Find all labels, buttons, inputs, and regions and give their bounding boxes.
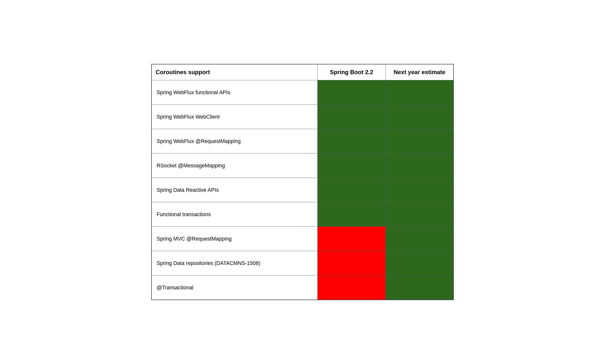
table-row: RSocket @MessageMapping xyxy=(152,154,453,178)
cell-next-3 xyxy=(386,154,453,178)
cell-feature-4: Spring Data Reactive APIs xyxy=(152,178,318,202)
table-row: @Transactional xyxy=(152,275,453,300)
table-row: Spring WebFlux WebClient xyxy=(152,105,453,129)
cell-next-8 xyxy=(386,275,453,300)
cell-next-6 xyxy=(386,227,453,251)
cell-feature-6: Spring MVC @RequestMapping xyxy=(152,227,318,251)
table-header-row: Coroutines support Spring Boot 2.2 Next … xyxy=(152,64,453,80)
table-body: Spring WebFlux functional APIsSpring Web… xyxy=(152,80,453,300)
cell-spring-8 xyxy=(318,275,386,300)
header-feature: Coroutines support xyxy=(152,64,318,80)
cell-next-2 xyxy=(386,129,453,154)
table-row: Functional transactions xyxy=(152,202,453,227)
cell-feature-2: Spring WebFlux @RequestMapping xyxy=(152,129,318,154)
cell-spring-0 xyxy=(318,80,386,105)
cell-spring-1 xyxy=(318,105,386,129)
cell-next-0 xyxy=(386,80,453,105)
cell-spring-5 xyxy=(318,202,386,227)
table-row: Spring WebFlux @RequestMapping xyxy=(152,129,453,154)
cell-feature-0: Spring WebFlux functional APIs xyxy=(152,80,318,105)
header-spring-boot: Spring Boot 2.2 xyxy=(318,64,386,80)
cell-next-7 xyxy=(386,251,453,275)
header-next-year: Next year estimate xyxy=(386,64,453,80)
coroutines-support-table: Coroutines support Spring Boot 2.2 Next … xyxy=(151,64,454,300)
table-container: Coroutines support Spring Boot 2.2 Next … xyxy=(151,64,454,300)
cell-spring-7 xyxy=(318,251,386,275)
cell-spring-3 xyxy=(318,154,386,178)
cell-next-4 xyxy=(386,178,453,202)
cell-next-5 xyxy=(386,202,453,227)
cell-feature-5: Functional transactions xyxy=(152,202,318,227)
table-row: Spring WebFlux functional APIs xyxy=(152,80,453,105)
cell-feature-3: RSocket @MessageMapping xyxy=(152,154,318,178)
cell-spring-2 xyxy=(318,129,386,154)
cell-feature-7: Spring Data repositories (DATACMNS-1508) xyxy=(152,251,318,275)
cell-feature-8: @Transactional xyxy=(152,275,318,300)
cell-spring-4 xyxy=(318,178,386,202)
table-row: Spring Data repositories (DATACMNS-1508) xyxy=(152,251,453,275)
cell-next-1 xyxy=(386,105,453,129)
table-row: Spring Data Reactive APIs xyxy=(152,178,453,202)
table-row: Spring MVC @RequestMapping xyxy=(152,227,453,251)
cell-feature-1: Spring WebFlux WebClient xyxy=(152,105,318,129)
cell-spring-6 xyxy=(318,227,386,251)
